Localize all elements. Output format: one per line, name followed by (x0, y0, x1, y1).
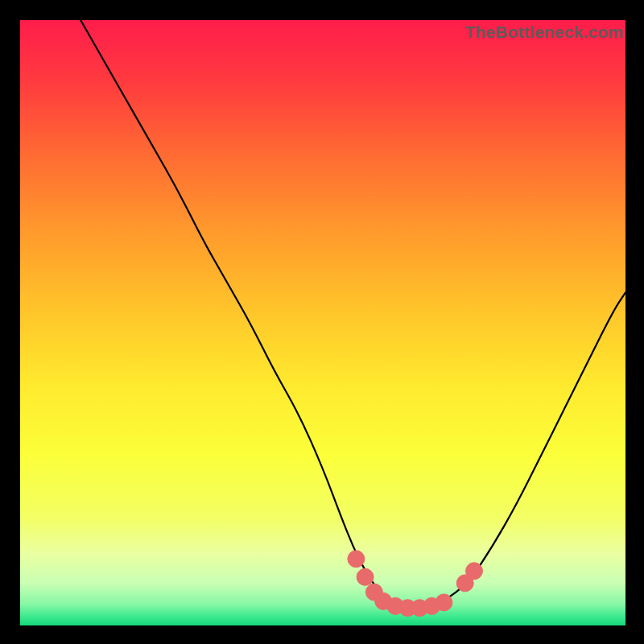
bottleneck-curve-line (80, 20, 625, 607)
highlight-marker (348, 551, 365, 568)
highlight-marker (436, 594, 452, 611)
chart-svg (20, 20, 625, 625)
highlight-marker (466, 563, 483, 580)
highlight-marker (357, 568, 374, 585)
bottleneck-highlight-markers (348, 551, 483, 617)
chart-frame: TheBottleneck.com (20, 20, 625, 625)
